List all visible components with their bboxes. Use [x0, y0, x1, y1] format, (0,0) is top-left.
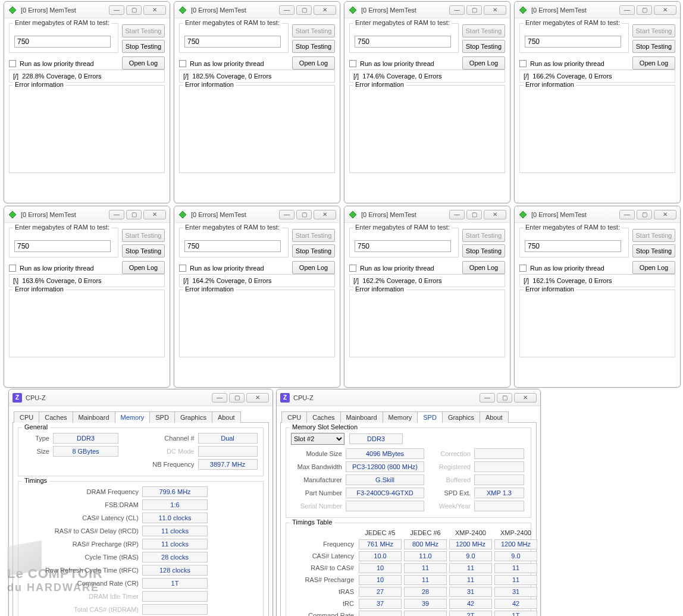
low-priority-checkbox[interactable] [349, 265, 356, 272]
start-testing-button[interactable]: Start Testing [632, 229, 675, 242]
start-testing-button[interactable]: Start Testing [292, 24, 335, 37]
open-log-button[interactable]: Open Log [122, 261, 165, 274]
low-priority-checkbox[interactable] [9, 265, 16, 272]
close-button[interactable]: ✕ [246, 393, 269, 403]
close-button[interactable]: ✕ [514, 393, 537, 403]
tab-graphics[interactable]: Graphics [174, 411, 212, 423]
low-priority-checkbox[interactable] [519, 60, 527, 67]
minimize-button[interactable]: — [109, 210, 124, 219]
ram-input[interactable] [184, 36, 281, 48]
maximize-button[interactable]: ▢ [466, 5, 482, 15]
ram-input[interactable] [14, 240, 111, 252]
titlebar[interactable]: Z CPU-Z — ▢ ✕ [277, 389, 540, 406]
tab-graphics[interactable]: Graphics [442, 411, 480, 423]
tab-about[interactable]: About [480, 411, 509, 423]
minimize-button[interactable]: — [619, 5, 635, 15]
minimize-button[interactable]: — [212, 393, 227, 403]
tab-about[interactable]: About [212, 411, 241, 423]
minimize-button[interactable]: — [279, 5, 294, 15]
low-priority-checkbox[interactable] [349, 60, 356, 67]
maximize-button[interactable]: ▢ [466, 210, 482, 219]
slot-select[interactable]: Slot #2 [291, 433, 344, 445]
tab-caches[interactable]: Caches [39, 411, 73, 423]
maximize-button[interactable]: ▢ [637, 210, 652, 219]
titlebar[interactable]: [0 Errors] MemTest — ▢ ✕ [4, 2, 170, 18]
low-priority-checkbox[interactable] [9, 60, 16, 67]
open-log-button[interactable]: Open Log [292, 261, 335, 274]
ram-input[interactable] [14, 36, 111, 48]
open-log-button[interactable]: Open Log [462, 261, 505, 274]
maximize-button[interactable]: ▢ [637, 5, 652, 15]
low-priority-checkbox[interactable] [519, 265, 527, 272]
minimize-button[interactable]: — [109, 5, 124, 15]
close-button[interactable]: ✕ [143, 5, 166, 15]
maximize-button[interactable]: ▢ [497, 393, 512, 403]
tab-spd[interactable]: SPD [417, 411, 443, 423]
maximize-button[interactable]: ▢ [296, 5, 312, 15]
open-log-button[interactable]: Open Log [462, 56, 505, 70]
titlebar[interactable]: [0 Errors] MemTest — ▢ ✕ [344, 206, 510, 223]
close-button[interactable]: ✕ [484, 210, 506, 219]
close-button[interactable]: ✕ [484, 5, 506, 15]
low-priority-checkbox[interactable] [179, 60, 186, 67]
start-testing-button[interactable]: Start Testing [462, 229, 505, 242]
tab-cpu[interactable]: CPU [281, 411, 307, 423]
title-text: CPU-Z [293, 394, 480, 401]
stop-testing-button[interactable]: Stop Testing [122, 244, 165, 257]
close-button[interactable]: ✕ [314, 210, 336, 219]
type-value: DDR3 [53, 433, 118, 444]
timing-cell [404, 611, 447, 616]
open-log-button[interactable]: Open Log [122, 56, 165, 70]
minimize-button[interactable]: — [279, 210, 294, 219]
tab-spd[interactable]: SPD [149, 411, 175, 423]
start-testing-button[interactable]: Start Testing [122, 229, 165, 242]
start-testing-button[interactable]: Start Testing [632, 24, 675, 37]
ram-input[interactable] [355, 36, 451, 48]
tab-cpu[interactable]: CPU [14, 411, 39, 423]
titlebar[interactable]: Z CPU-Z — ▢ ✕ [9, 389, 272, 406]
close-button[interactable]: ✕ [654, 210, 676, 219]
ram-input[interactable] [355, 240, 451, 252]
minimize-button[interactable]: — [480, 393, 495, 403]
titlebar[interactable]: [0 Errors] MemTest — ▢ ✕ [174, 2, 340, 18]
titlebar[interactable]: [0 Errors] MemTest — ▢ ✕ [344, 2, 510, 18]
start-testing-button[interactable]: Start Testing [122, 24, 165, 37]
open-log-button[interactable]: Open Log [292, 56, 335, 70]
tab-memory[interactable]: Memory [383, 411, 418, 423]
stop-testing-button[interactable]: Stop Testing [462, 244, 505, 257]
stop-testing-button[interactable]: Stop Testing [292, 40, 335, 53]
low-priority-checkbox[interactable] [179, 265, 186, 272]
ram-input[interactable] [525, 240, 621, 252]
stop-testing-button[interactable]: Stop Testing [292, 244, 335, 257]
maximize-button[interactable]: ▢ [296, 210, 312, 219]
titlebar[interactable]: [0 Errors] MemTest — ▢ ✕ [515, 2, 680, 18]
tab-memory[interactable]: Memory [115, 411, 151, 423]
maximize-button[interactable]: ▢ [229, 393, 245, 403]
tab-caches[interactable]: Caches [306, 411, 340, 423]
minimize-button[interactable]: — [449, 5, 465, 15]
titlebar[interactable]: [0 Errors] MemTest — ▢ ✕ [174, 206, 340, 223]
timing-value: 11 clocks [142, 539, 208, 549]
open-log-button[interactable]: Open Log [632, 56, 675, 70]
ram-input[interactable] [184, 240, 281, 252]
stop-testing-button[interactable]: Stop Testing [632, 244, 675, 257]
tab-mainboard[interactable]: Mainboard [73, 411, 115, 423]
stop-testing-button[interactable]: Stop Testing [632, 40, 675, 53]
start-testing-button[interactable]: Start Testing [292, 229, 335, 242]
tab-mainboard[interactable]: Mainboard [340, 411, 383, 423]
maximize-button[interactable]: ▢ [126, 5, 142, 15]
maximize-button[interactable]: ▢ [126, 210, 142, 219]
titlebar[interactable]: [0 Errors] MemTest — ▢ ✕ [515, 206, 680, 223]
minimize-button[interactable]: — [449, 210, 465, 219]
minimize-button[interactable]: — [619, 210, 635, 219]
stop-testing-button[interactable]: Stop Testing [462, 40, 505, 53]
titlebar[interactable]: [0 Errors] MemTest — ▢ ✕ [4, 206, 170, 223]
close-button[interactable]: ✕ [143, 210, 166, 219]
start-testing-button[interactable]: Start Testing [462, 24, 505, 37]
ram-input[interactable] [525, 36, 621, 48]
open-log-button[interactable]: Open Log [632, 261, 675, 274]
stop-testing-button[interactable]: Stop Testing [122, 40, 165, 53]
title-text: [0 Errors] MemTest [361, 211, 449, 218]
close-button[interactable]: ✕ [654, 5, 676, 15]
close-button[interactable]: ✕ [314, 5, 336, 15]
